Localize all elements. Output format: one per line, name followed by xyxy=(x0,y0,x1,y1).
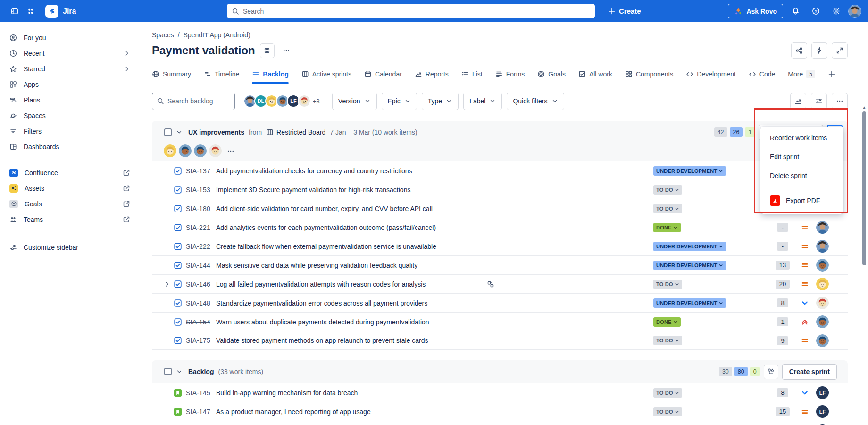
sidebar-item-assets[interactable]: Assets xyxy=(5,180,135,196)
avatar[interactable]: LF xyxy=(816,386,829,399)
tab-summary[interactable]: Summary xyxy=(152,65,191,83)
breadcrumb-project[interactable]: SpendIT App (Android) xyxy=(184,31,250,39)
work-item-row[interactable]: SIA-145 Build in-app warning mechanism f… xyxy=(152,383,848,402)
strip-more-button[interactable] xyxy=(227,147,234,155)
item-summary[interactable]: Add client-side validation for card numb… xyxy=(216,205,653,212)
tab-goals[interactable]: Goals xyxy=(537,65,566,83)
add-tab-button[interactable] xyxy=(828,65,835,83)
priority-high-icon[interactable] xyxy=(801,318,809,326)
jira-logo[interactable]: Jira xyxy=(45,5,76,18)
menu-item-export-pdf[interactable]: Export PDF xyxy=(760,189,843,212)
status-badge[interactable]: TO DO xyxy=(653,204,682,213)
tab-code[interactable]: Code xyxy=(749,65,775,83)
priority-medium-icon[interactable] xyxy=(801,280,809,288)
work-item-row[interactable]: SIA-137 Add paymentvalidation checks for… xyxy=(152,161,848,180)
item-summary[interactable]: Implement 3D Secure payment validation f… xyxy=(216,186,653,194)
tab-calendar[interactable]: Calendar xyxy=(364,65,402,83)
menu-item-delete-sprint[interactable]: Delete sprint xyxy=(760,166,843,185)
automation-button[interactable] xyxy=(811,42,827,59)
help-button[interactable]: ? xyxy=(808,3,824,19)
item-key[interactable]: SIA-180 xyxy=(186,205,216,212)
sprint-title[interactable]: UX improvements xyxy=(188,128,244,136)
avatar[interactable] xyxy=(816,297,829,309)
sidebar-item-filters[interactable]: Filters xyxy=(5,123,135,139)
avatar[interactable] xyxy=(298,94,311,108)
sidebar-item-dashboards[interactable]: Dashboards xyxy=(5,139,135,154)
notifications-button[interactable] xyxy=(787,3,803,19)
menu-item-edit-sprint[interactable]: Edit sprint xyxy=(760,147,843,166)
item-key[interactable]: SIA-222 xyxy=(186,243,216,250)
item-summary[interactable]: Warn users about duplicate payments dete… xyxy=(216,318,653,326)
item-key[interactable]: SIA-148 xyxy=(186,299,216,307)
create-sprint-button[interactable]: Create sprint xyxy=(782,364,837,380)
item-summary[interactable]: Create fallback flow when external payme… xyxy=(216,243,653,250)
sidebar-item-teams[interactable]: Teams xyxy=(5,212,135,227)
work-item-row[interactable]: SIA-147 As a product manager, I need rep… xyxy=(152,402,848,421)
ask-rovo-button[interactable]: Ask Rovo xyxy=(728,4,783,18)
sidebar-item-apps[interactable]: Apps xyxy=(5,76,135,92)
scrollbar[interactable] xyxy=(862,111,866,265)
chevron-down-icon[interactable] xyxy=(176,129,183,136)
tab-components[interactable]: Components xyxy=(625,65,673,83)
group-by-button[interactable] xyxy=(764,365,778,379)
tab-timeline[interactable]: Timeline xyxy=(204,65,239,83)
collapse-sidebar-button[interactable] xyxy=(7,3,23,19)
item-summary[interactable]: Log all failed paymentvalidation attempt… xyxy=(216,280,653,288)
priority-medium-icon[interactable] xyxy=(801,408,809,416)
item-summary[interactable]: Add paymentvalidation checks for currenc… xyxy=(216,167,653,175)
work-item-row[interactable]: SIA-180 Add client-side validation for c… xyxy=(152,199,848,218)
avatar[interactable] xyxy=(816,259,829,272)
work-item-row[interactable]: SIA-154 Warn users about duplicate payme… xyxy=(152,312,848,331)
estimate-badge[interactable]: 8 xyxy=(777,298,788,307)
status-badge[interactable]: TO DO xyxy=(653,407,682,416)
estimate-badge[interactable]: 8 xyxy=(777,388,788,397)
work-item-row[interactable]: SIA-144 Mask sensitive card data while p… xyxy=(152,255,848,274)
status-badge[interactable]: TO DO xyxy=(653,280,682,289)
item-key[interactable]: SIA-144 xyxy=(186,262,216,269)
avatar[interactable] xyxy=(179,144,192,157)
item-key[interactable]: SIA-153 xyxy=(186,186,216,194)
sprint-select-checkbox[interactable] xyxy=(164,128,172,136)
filter-quick-filters[interactable]: Quick filters xyxy=(507,93,564,110)
work-item-row[interactable]: SIA-222 Create fallback flow when extern… xyxy=(152,237,848,255)
settings-button[interactable] xyxy=(828,3,844,19)
filter-version[interactable]: Version xyxy=(332,93,377,110)
view-settings-button[interactable] xyxy=(811,93,827,109)
sidebar-item-spaces[interactable]: Spaces xyxy=(5,108,135,123)
scroll-up-arrow[interactable]: ▲ xyxy=(862,105,867,110)
status-badge[interactable]: UNDER DEVELOPMENT xyxy=(653,166,726,176)
sprint-board-link[interactable]: Restricted Board xyxy=(266,128,326,136)
sidebar-item-recent[interactable]: Recent xyxy=(5,45,135,61)
status-badge[interactable]: TO DO xyxy=(653,185,682,195)
link-icon[interactable] xyxy=(487,280,494,288)
avatar[interactable] xyxy=(194,144,207,157)
customize-sidebar-button[interactable]: Customize sidebar xyxy=(5,239,135,255)
insights-button[interactable] xyxy=(790,93,806,109)
priority-medium-icon[interactable] xyxy=(801,337,809,344)
item-summary[interactable]: As a product manager, I need reporting o… xyxy=(216,408,653,416)
item-summary[interactable]: Standardize paymentvalidation error code… xyxy=(216,299,653,307)
estimate-badge[interactable]: - xyxy=(777,242,788,251)
estimate-badge[interactable]: - xyxy=(777,223,788,232)
status-badge[interactable]: UNDER DEVELOPMENT xyxy=(653,261,726,270)
backlog-title[interactable]: Backlog xyxy=(188,368,214,375)
sidebar-item-for-you[interactable]: For you xyxy=(5,30,135,45)
item-summary[interactable]: Validate stored payment methods on app r… xyxy=(216,337,653,344)
fullscreen-button[interactable] xyxy=(832,42,848,59)
user-avatar[interactable] xyxy=(848,5,861,18)
priority-medium-icon[interactable] xyxy=(801,262,809,269)
tab-forms[interactable]: Forms xyxy=(495,65,525,83)
priority-low-icon[interactable] xyxy=(801,389,809,397)
priority-medium-icon[interactable] xyxy=(801,243,809,250)
tab-all-work[interactable]: All work xyxy=(578,65,612,83)
status-badge[interactable]: UNDER DEVELOPMENT xyxy=(653,242,726,251)
priority-medium-icon[interactable] xyxy=(801,224,809,231)
create-button[interactable]: Create xyxy=(605,4,644,18)
expand-chevron-icon[interactable] xyxy=(164,281,170,288)
avatar[interactable] xyxy=(816,334,829,347)
tab-reports[interactable]: Reports xyxy=(415,65,449,83)
avatar[interactable]: LF xyxy=(816,405,829,418)
item-key[interactable]: SIA-146 xyxy=(186,280,216,288)
backlog-more-button[interactable] xyxy=(832,93,848,109)
avatar[interactable] xyxy=(209,144,222,157)
